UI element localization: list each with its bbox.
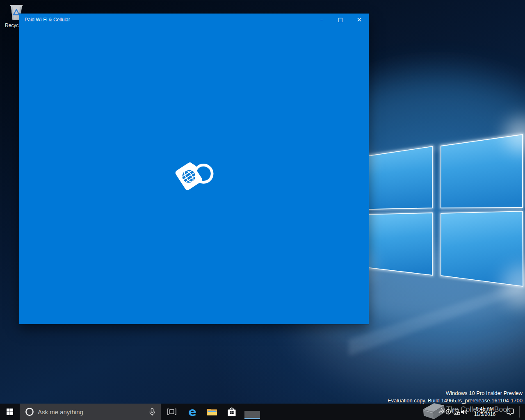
ring-dot-icon: [445, 409, 452, 415]
maximize-button[interactable]: □: [331, 14, 350, 26]
running-app-button[interactable]: [243, 404, 262, 420]
running-app-thumbnail: [244, 411, 260, 418]
cortana-search-box[interactable]: [20, 404, 161, 420]
network-tray-button[interactable]: [452, 404, 461, 420]
os-watermark: Windows 10 Pro Insider Preview Evaluatio…: [388, 390, 523, 404]
file-explorer-icon: [207, 408, 217, 416]
tray-clock[interactable]: 9:45 AM 11/5/2016: [472, 404, 498, 420]
running-app-indicator: [244, 418, 260, 419]
paid-wifi-app-icon: [174, 158, 215, 194]
edge-browser-button[interactable]: e: [183, 404, 202, 420]
edge-icon: e: [188, 404, 196, 420]
microphone-icon[interactable]: [148, 408, 156, 416]
close-icon: ×: [356, 16, 362, 23]
clock-date: 11/5/2016: [472, 412, 498, 417]
tray-expand-button[interactable]: [437, 404, 445, 420]
desktop: Windows 10 Pro Insider Preview Evaluatio…: [0, 0, 525, 420]
action-center-icon: [506, 408, 514, 415]
action-center-button[interactable]: [504, 404, 517, 420]
task-view-icon: [167, 409, 176, 415]
start-button[interactable]: [0, 404, 20, 420]
minimize-button[interactable]: –: [312, 14, 331, 26]
window-titlebar[interactable]: Paid Wi-Fi & Cellular – □ ×: [19, 14, 369, 26]
cortana-icon: [25, 407, 34, 416]
paid-wifi-cellular-window: Paid Wi-Fi & Cellular – □ ×: [19, 14, 369, 324]
volume-tray-button[interactable]: [460, 404, 468, 420]
store-button[interactable]: [222, 404, 241, 420]
taskbar: e: [0, 404, 525, 420]
defender-tray-button[interactable]: [445, 404, 452, 420]
window-controls: – □ ×: [312, 14, 369, 26]
task-view-button[interactable]: [162, 404, 181, 420]
os-watermark-line1: Windows 10 Pro Insider Preview: [388, 390, 523, 397]
store-icon: [227, 407, 237, 417]
file-explorer-button[interactable]: [203, 404, 221, 420]
minimize-icon: –: [320, 16, 323, 23]
os-watermark-line2: Evaluation copy. Build 14965.rs_prerelea…: [388, 397, 523, 404]
speaker-icon: [461, 409, 468, 415]
window-title: Paid Wi-Fi & Cellular: [25, 17, 70, 23]
close-button[interactable]: ×: [350, 14, 369, 26]
show-desktop-button[interactable]: [520, 404, 525, 420]
network-icon: [452, 409, 460, 415]
maximize-icon: □: [338, 16, 343, 23]
chevron-up-icon: [438, 410, 443, 413]
search-input[interactable]: [38, 409, 148, 415]
windows-logo-icon: [7, 409, 13, 415]
